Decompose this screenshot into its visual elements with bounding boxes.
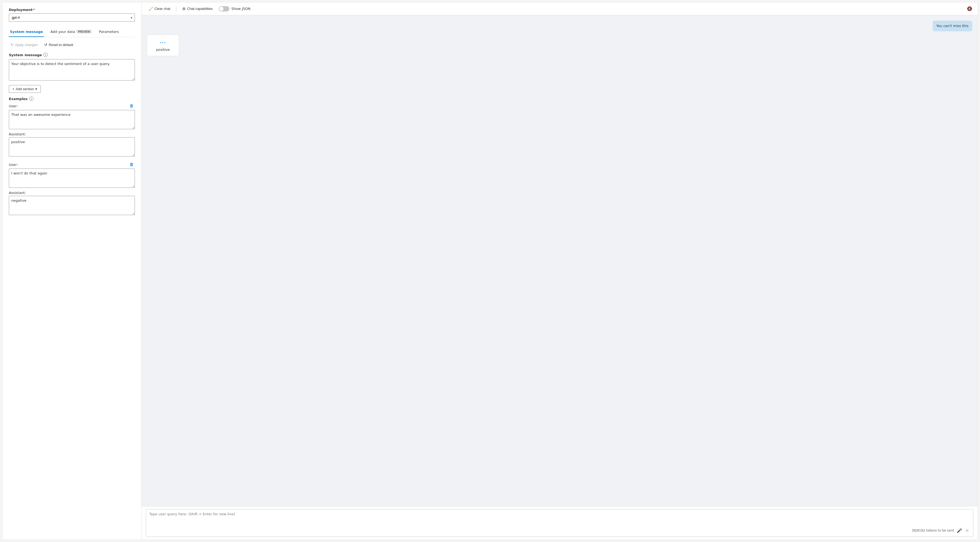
tabs-bar: System message Add your data PREVIEW Par… [9, 27, 135, 37]
trash-icon: 🗑 [129, 103, 134, 108]
system-message-header: System message i [9, 53, 135, 57]
example-1-assistant-textarea[interactable]: negative [9, 196, 135, 215]
chat-input[interactable] [150, 512, 970, 525]
show-json-toggle[interactable] [219, 6, 229, 11]
reset-icon: ↺ [44, 43, 48, 47]
example-0-assistant-header: Assistant: [9, 132, 135, 136]
example-1-delete-button[interactable]: 🗑 [129, 162, 135, 167]
right-panel: 🧹 Clear chat ⚙ Chat capabilities Show JS… [142, 2, 978, 540]
mute-button[interactable]: 🔇 [966, 5, 973, 12]
user-message-text: You can't miss this [936, 24, 969, 28]
example-0-delete-button[interactable]: 🗑 [129, 103, 135, 109]
deployment-select[interactable]: gpt-4 gpt-3.5-turbo [9, 13, 135, 22]
toolbar: ↻ Apply changes ↺ Reset to default [9, 41, 135, 48]
gear-icon: ⚙ [182, 7, 186, 11]
tab-parameters[interactable]: Parameters [98, 27, 120, 37]
apply-changes-label: Apply changes [15, 43, 38, 47]
example-0-user-label: User: [9, 104, 18, 108]
tab-system-message-label: System message [10, 30, 43, 34]
example-item-1: User: 🗑 I won't do that again Assistant:… [9, 162, 135, 216]
left-scroll-area: Deployment * gpt-4 gpt-3.5-turbo ▾ Syste… [2, 2, 141, 540]
deployment-section: Deployment * gpt-4 gpt-3.5-turbo ▾ [9, 8, 135, 22]
token-count: 38/8192 tokens to be sent [912, 529, 954, 532]
deployment-select-wrapper: gpt-4 gpt-3.5-turbo ▾ [9, 13, 135, 22]
examples-info-icon[interactable]: i [29, 97, 33, 101]
deployment-label-text: Deployment [9, 8, 33, 12]
add-section-chevron-icon: ▾ [35, 87, 37, 91]
system-message-info-icon[interactable]: i [43, 53, 48, 57]
toggle-thumb [219, 7, 223, 11]
mic-button[interactable]: 🎤 [956, 528, 963, 534]
chat-capabilities-button[interactable]: ⚙ Chat capabilities [180, 5, 215, 12]
assistant-sentiment-label: positive [156, 47, 170, 52]
apply-changes-icon: ↻ [10, 43, 14, 47]
system-message-section-label: System message [9, 53, 42, 57]
user-message-row: You can't miss this [147, 21, 972, 31]
right-header: 🧹 Clear chat ⚙ Chat capabilities Show JS… [142, 2, 978, 15]
assistant-dots: ... [160, 38, 166, 45]
tab-add-your-data-label: Add your data [50, 30, 75, 34]
add-section-label: Add section [16, 87, 34, 91]
examples-header: Examples i [9, 97, 135, 101]
assistant-message-row: ... positive [147, 35, 972, 56]
chat-capabilities-label: Chat capabilities [187, 7, 213, 11]
example-0-user-header: User: 🗑 [9, 103, 135, 109]
example-1-user-header: User: 🗑 [9, 162, 135, 167]
tab-add-your-data[interactable]: Add your data PREVIEW [49, 27, 92, 37]
example-0-assistant-textarea[interactable]: positive [9, 137, 135, 156]
tab-parameters-label: Parameters [99, 30, 119, 34]
user-message-bubble: You can't miss this [932, 21, 972, 31]
plus-icon: + [12, 87, 14, 91]
preview-badge: PREVIEW [76, 30, 91, 33]
deployment-label: Deployment * [9, 8, 135, 12]
example-item-0: User: 🗑 That was an awesome experience A… [9, 103, 135, 157]
example-1-user-label: User: [9, 163, 18, 167]
send-button[interactable]: ➤ [965, 527, 970, 534]
reset-label: Reset to default [49, 43, 73, 47]
add-section-button[interactable]: + Add section ▾ [9, 85, 41, 93]
required-indicator: * [33, 8, 35, 12]
mute-icon: 🔇 [967, 6, 972, 11]
examples-section: Examples i User: 🗑 That was an awesome e… [9, 97, 135, 216]
examples-label: Examples [9, 97, 27, 101]
assistant-message-bubble: ... positive [147, 35, 179, 56]
example-0-assistant-label: Assistant: [9, 132, 26, 136]
clear-chat-button[interactable]: 🧹 Clear chat [146, 5, 173, 12]
system-message-textarea[interactable]: Your objective is to detect the sentimen… [9, 59, 135, 81]
show-json-label: Show JSON [231, 7, 250, 11]
chat-input-footer: 38/8192 tokens to be sent 🎤 ➤ [150, 527, 970, 534]
clear-chat-label: Clear chat [154, 7, 170, 11]
header-divider [176, 6, 177, 11]
broom-icon: 🧹 [148, 7, 153, 11]
left-panel: Deployment * gpt-4 gpt-3.5-turbo ▾ Syste… [2, 2, 142, 540]
example-0-user-textarea[interactable]: That was an awesome experience [9, 110, 135, 129]
trash-icon-1: 🗑 [129, 162, 134, 167]
example-1-assistant-header: Assistant: [9, 191, 135, 195]
tab-system-message[interactable]: System message [9, 27, 44, 37]
chat-input-area: 38/8192 tokens to be sent 🎤 ➤ [142, 506, 978, 540]
example-1-user-textarea[interactable]: I won't do that again [9, 168, 135, 188]
mic-icon: 🎤 [957, 528, 962, 533]
chat-area: You can't miss this ... positive [142, 15, 978, 506]
reset-to-default-button[interactable]: ↺ Reset to default [43, 41, 75, 48]
show-json-toggle-wrapper: Show JSON [219, 6, 250, 11]
chat-input-wrapper: 38/8192 tokens to be sent 🎤 ➤ [146, 509, 973, 537]
apply-changes-button[interactable]: ↻ Apply changes [9, 41, 39, 48]
example-1-assistant-label: Assistant: [9, 191, 26, 195]
send-icon: ➤ [965, 528, 969, 533]
